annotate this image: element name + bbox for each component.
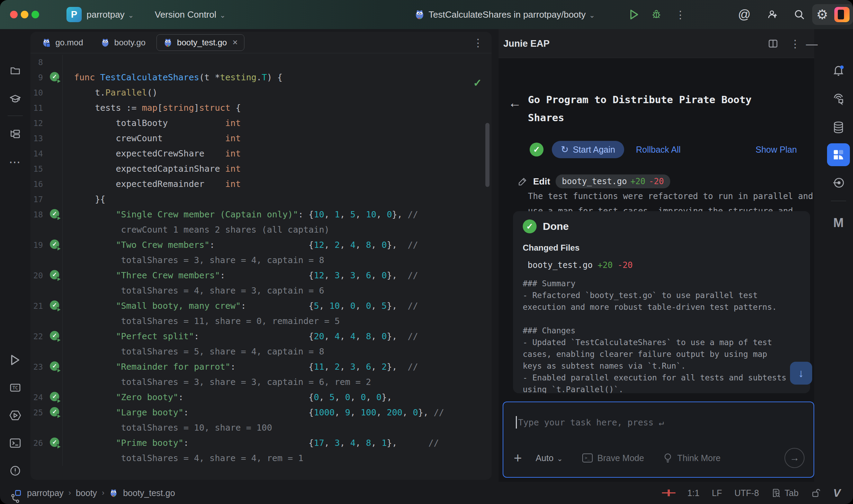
code-row[interactable]: totalShares = 4, share = 4, rem = 1: [30, 451, 492, 466]
start-again-button[interactable]: ↻ Start Again: [552, 141, 624, 158]
rollback-all-button[interactable]: Rollback All: [636, 145, 681, 155]
tab-go-mod[interactable]: go.mod: [35, 34, 89, 51]
code-row[interactable]: totalShares = 3, share = 4, captain = 8: [30, 253, 492, 268]
editor-scrollbar[interactable]: [485, 123, 490, 187]
code-row[interactable]: 13 crewCount int: [30, 131, 492, 146]
minimize-window-button[interactable]: [21, 11, 28, 18]
settings-gear-icon[interactable]: ⚙: [814, 0, 831, 29]
project-icon[interactable]: P: [66, 7, 82, 22]
code-row[interactable]: totalShares = 11, share = 0, remainder =…: [30, 314, 492, 329]
resume-program-icon[interactable]: ⊣⊢: [661, 488, 675, 498]
services-icon[interactable]: [0, 406, 30, 425]
terminal-icon[interactable]: [0, 433, 30, 453]
breadcrumb-file[interactable]: booty_test.go: [123, 488, 175, 498]
code-row[interactable]: 26✓ "Prime booty": {17, 3, 4, 8, 1}, //: [30, 435, 492, 451]
run-test-passed-icon[interactable]: ✓: [50, 392, 61, 403]
mode-selector[interactable]: Auto ⌄: [536, 453, 563, 463]
project-menu[interactable]: parrotpay ⌄: [87, 0, 134, 29]
close-tab-icon[interactable]: ×: [232, 37, 237, 48]
task-input-box[interactable]: Type your task here, press ↵ + Auto ⌄ >_…: [503, 402, 814, 478]
editor-options-kebab[interactable]: ⋮: [473, 37, 484, 49]
search-everywhere-icon[interactable]: [791, 0, 808, 29]
run-test-passed-icon[interactable]: ✓: [50, 270, 61, 281]
notifications-bell-icon[interactable]: [824, 60, 853, 81]
breadcrumb[interactable]: parrotpay › booty › booty_test.go: [14, 488, 175, 498]
problems-icon[interactable]: [0, 461, 30, 480]
unlocked-icon[interactable]: [811, 488, 821, 498]
send-button[interactable]: →: [784, 448, 805, 468]
code-row[interactable]: totalShares = 5, share = 4, captain = 8: [30, 344, 492, 359]
split-panel-icon[interactable]: [768, 29, 778, 58]
commit-target-icon[interactable]: [824, 172, 853, 193]
hide-panel-icon[interactable]: —: [806, 29, 818, 58]
junie-tool-icon[interactable]: [827, 143, 850, 166]
close-window-button[interactable]: [10, 11, 18, 18]
encoding-widget[interactable]: UTF-8: [735, 488, 759, 498]
run-configuration-selector[interactable]: TestCalculateShares in parrotpay/booty ⌄: [414, 0, 595, 29]
learn-icon[interactable]: [0, 89, 30, 109]
code-row[interactable]: crewCount 1 means 2 shares (all captain): [30, 222, 492, 237]
code-row[interactable]: 15 expectedCaptainShare int: [30, 161, 492, 177]
code-area[interactable]: 89✓func TestCalculateShares(t *testing.T…: [30, 55, 492, 466]
ai-assistant-icon[interactable]: @: [737, 0, 752, 29]
think-more-toggle[interactable]: Think More: [663, 453, 720, 463]
panel-options-kebab[interactable]: ⋮: [790, 29, 800, 58]
code-with-me-icon[interactable]: [764, 0, 781, 29]
code-row[interactable]: 14 expectedCrewShare int: [30, 146, 492, 161]
edited-file-chip[interactable]: booty_test.go +20 -20: [556, 174, 670, 188]
code-row[interactable]: 18✓ "Single Crew member (Captain only)":…: [30, 207, 492, 222]
project-folder-icon[interactable]: [0, 61, 30, 80]
tab-booty-go[interactable]: booty.go: [94, 34, 152, 51]
code-row[interactable]: 17 }{: [30, 192, 492, 207]
vim-plugin-icon[interactable]: V: [833, 487, 841, 500]
line-separator-widget[interactable]: LF: [712, 488, 722, 498]
ai-chat-icon[interactable]: [824, 89, 853, 109]
run-test-passed-icon[interactable]: ✓: [50, 438, 61, 449]
indent-widget[interactable]: Tab: [771, 488, 798, 498]
run-tool-icon[interactable]: [0, 350, 30, 370]
tab-booty-test-go[interactable]: booty_test.go ×: [156, 34, 244, 51]
teamcity-icon[interactable]: TC: [0, 378, 30, 397]
code-row[interactable]: 21✓ "Small booty, many crew": {5, 10, 0,…: [30, 298, 492, 314]
code-row[interactable]: 25✓ "Large booty": {1000, 9, 100, 200, 0…: [30, 405, 492, 420]
run-test-passed-icon[interactable]: ✓: [50, 361, 61, 372]
code-row[interactable]: 22✓ "Perfect split": {20, 4, 4, 8, 0}, /…: [30, 329, 492, 344]
breadcrumb-folder[interactable]: booty: [76, 488, 97, 498]
database-icon[interactable]: [824, 117, 853, 138]
debug-button[interactable]: [649, 0, 664, 29]
profile-avatar[interactable]: [833, 0, 851, 29]
attach-plus-button[interactable]: +: [514, 450, 522, 466]
breadcrumb-project[interactable]: parrotpay: [27, 488, 64, 498]
markdown-tool-icon[interactable]: M: [824, 213, 853, 233]
code-row[interactable]: 11 tests := map[string]struct {: [30, 100, 492, 116]
run-test-passed-icon[interactable]: ✓: [50, 240, 61, 251]
code-row[interactable]: 19✓ "Two Crew members": {12, 2, 4, 8, 0}…: [30, 237, 492, 253]
changed-file-row[interactable]: booty_test.go +20 -20: [528, 260, 800, 270]
more-tool-windows-icon[interactable]: ⋯: [0, 152, 30, 172]
run-test-passed-icon[interactable]: ✓: [50, 407, 61, 418]
structure-icon[interactable]: [0, 124, 30, 144]
run-test-passed-icon[interactable]: ✓: [50, 300, 61, 312]
run-test-passed-icon[interactable]: ✓: [50, 331, 61, 342]
more-actions-kebab[interactable]: ⋮: [673, 0, 688, 29]
code-row[interactable]: totalShares = 4, share = 3, captain = 6: [30, 283, 492, 298]
code-row[interactable]: 16 expectedRemainder int: [30, 177, 492, 192]
caret-position-widget[interactable]: 1:1: [688, 488, 700, 498]
vcs-menu[interactable]: Version Control ⌄: [155, 0, 226, 29]
code-row[interactable]: 20✓ "Three Crew members": {12, 3, 3, 6, …: [30, 268, 492, 283]
maximize-window-button[interactable]: [32, 11, 39, 18]
back-arrow-icon[interactable]: ←: [508, 96, 521, 110]
show-plan-button[interactable]: Show Plan: [755, 145, 797, 155]
code-row[interactable]: 12 totalBooty int: [30, 116, 492, 131]
code-row[interactable]: totalShares = 3, share = 3, captain = 6,…: [30, 375, 492, 390]
code-row[interactable]: 23✓ "Remainder for parrot": {11, 2, 3, 6…: [30, 359, 492, 375]
code-row[interactable]: totalShares = 10, share = 100: [30, 420, 492, 435]
brave-mode-toggle[interactable]: >_ Brave Mode: [582, 453, 644, 463]
code-row[interactable]: 9✓func TestCalculateShares(t *testing.T)…: [30, 70, 492, 85]
run-test-passed-icon[interactable]: ✓: [50, 72, 61, 83]
run-test-passed-icon[interactable]: ✓: [50, 209, 61, 220]
run-button[interactable]: [627, 0, 642, 29]
scroll-to-bottom-button[interactable]: ↓: [790, 362, 812, 385]
code-row[interactable]: 10 t.Parallel(): [30, 85, 492, 100]
code-row[interactable]: 24✓ "Zero booty": {0, 5, 0, 0, 0},: [30, 390, 492, 405]
